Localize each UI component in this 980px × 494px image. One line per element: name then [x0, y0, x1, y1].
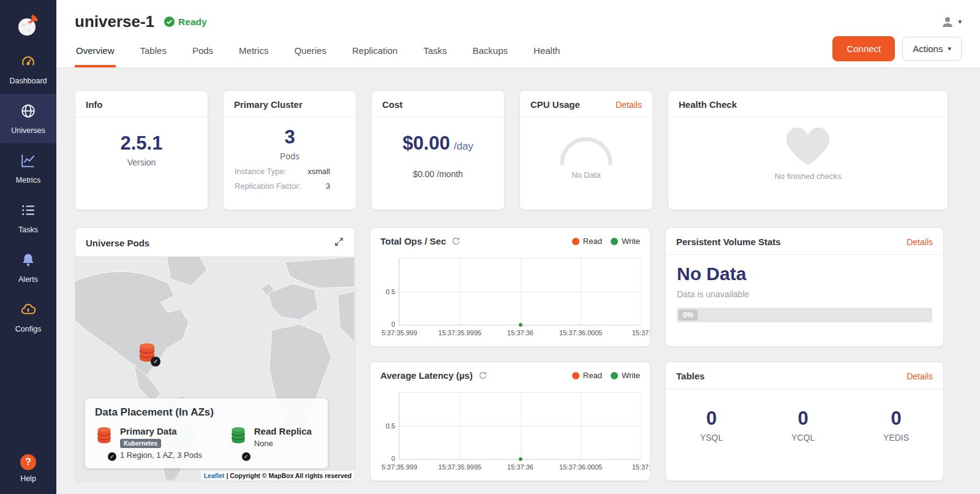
chart-legend: Read Write: [572, 237, 640, 246]
status-text: Ready: [178, 17, 207, 28]
universe-pods-card: Universe Pods: [75, 227, 355, 481]
legend-write: Write: [611, 371, 640, 380]
world-map[interactable]: ✓ Data Placement (In AZs): [75, 257, 355, 481]
y-tick: 0.5: [386, 288, 395, 295]
summary-row: Info 2.5.1 Version Primary Cluster 3 Pod…: [75, 90, 962, 210]
check-badge-icon: ✓: [108, 452, 116, 461]
version-label: Version: [127, 158, 156, 167]
tab-pods[interactable]: Pods: [191, 36, 214, 67]
sidebar-item-metrics[interactable]: Metrics: [0, 143, 56, 193]
write-data-point: [519, 323, 522, 327]
primary-cluster-header: Primary Cluster: [224, 91, 356, 118]
sidebar-nav: Dashboard Universes Metrics: [0, 44, 56, 342]
sidebar-item-label: Tasks: [18, 226, 38, 234]
persistent-volume-body: No Data Data is unavailable 0%: [666, 255, 943, 331]
primary-database-icon: ✓: [95, 426, 113, 460]
tab-overview[interactable]: Overview: [75, 36, 116, 67]
info-card-body: 2.5.1 Version: [75, 118, 208, 167]
tab-bar: Overview Tables Pods Metrics Queries Rep…: [75, 36, 561, 67]
tab-backups[interactable]: Backups: [472, 36, 510, 67]
gridline: [460, 258, 461, 325]
tab-row: Overview Tables Pods Metrics Queries Rep…: [75, 36, 962, 67]
cpu-details-link[interactable]: Details: [616, 100, 642, 110]
sidebar-item-label: Configs: [15, 325, 41, 333]
refresh-icon[interactable]: [478, 371, 488, 380]
tab-metrics[interactable]: Metrics: [238, 36, 270, 67]
pv-message: Data is unavailable: [677, 289, 932, 299]
version-value: 2.5.1: [121, 132, 163, 154]
card-title: Universe Pods: [86, 238, 149, 248]
x-tick: 15:37:36: [507, 329, 533, 336]
yedis-label: YEDIS: [883, 433, 909, 443]
check-circle-icon: [164, 17, 175, 27]
health-check-header: Health Check: [668, 91, 948, 118]
sidebar-item-label: Dashboard: [9, 77, 47, 85]
instance-type-label: Instance Type:: [235, 167, 286, 176]
tables-card: Tables Details 0 YSQL 0 YCQL: [665, 362, 944, 481]
write-data-point: [519, 457, 522, 461]
tab-tasks[interactable]: Tasks: [422, 36, 448, 67]
x-tick: 15:37:: [632, 463, 650, 471]
chart-plot: 0.5 0 5:37:35.999 15:37:35.9995 15:37:36…: [399, 392, 641, 460]
tab-health[interactable]: Health: [532, 36, 561, 67]
sidebar-item-tasks[interactable]: Tasks: [0, 193, 56, 243]
gridline: [641, 258, 642, 325]
gauge-arc-icon: [554, 130, 618, 165]
y-tick: 0: [391, 321, 395, 328]
legend-read: Read: [572, 371, 602, 380]
cpu-usage-card: CPU Usage Details No Data: [519, 90, 653, 210]
chart-title: Average Latency (µs): [380, 370, 473, 381]
expand-icon[interactable]: [334, 237, 344, 249]
tab-queries[interactable]: Queries: [293, 36, 328, 67]
tab-tables[interactable]: Tables: [139, 36, 168, 67]
x-tick: 15:37:36.0005: [559, 329, 602, 336]
ysql-label: YSQL: [700, 433, 723, 443]
app-logo[interactable]: [0, 0, 56, 44]
primary-data-desc: 1 Region, 1 AZ, 3 Pods: [120, 450, 202, 460]
sidebar-item-dashboard[interactable]: Dashboard: [0, 44, 56, 94]
replication-factor-row: Replication Factor: 3: [224, 181, 356, 191]
health-check-message: No finished checks: [774, 172, 841, 181]
data-placement-row: ✓ Primary Data Kubernetes 1 Region, 1 AZ…: [95, 426, 318, 460]
chart-plot: 0.5 0 5:37:35.999 15:37:35.9995 15:37:36…: [399, 258, 641, 325]
cpu-usage-header: CPU Usage Details: [520, 91, 652, 118]
legend-read: Read: [572, 237, 602, 246]
charts-column: Total Ops / Sec Read: [370, 227, 650, 481]
sidebar-item-alerts[interactable]: Alerts: [0, 243, 56, 292]
map-copyright: | Copyright © MapBox All rights reserved: [226, 472, 352, 479]
gridline: [581, 392, 581, 459]
actions-button[interactable]: Actions ▾: [902, 37, 962, 61]
gauge-icon: [20, 53, 36, 72]
gridline: [641, 392, 642, 459]
map-attribution: Leaflet | Copyright © MapBox All rights …: [201, 471, 355, 481]
tab-replication[interactable]: Replication: [351, 36, 399, 67]
read-replica-text: Read Replica None: [254, 426, 312, 460]
info-card: Info 2.5.1 Version: [75, 90, 208, 210]
pv-details-link[interactable]: Details: [907, 237, 933, 247]
legend-write-label: Write: [622, 237, 640, 246]
user-menu[interactable]: ▾: [940, 15, 962, 29]
sidebar-item-configs[interactable]: Configs: [0, 292, 56, 342]
info-card-header: Info: [75, 91, 208, 118]
leaflet-link[interactable]: Leaflet: [204, 472, 225, 479]
card-title: Tables: [676, 371, 704, 381]
sidebar-item-universes[interactable]: Universes: [0, 94, 56, 143]
kubernetes-pod-marker[interactable]: ✓: [137, 342, 157, 365]
cpu-no-data: No Data: [571, 170, 601, 180]
connect-button[interactable]: Connect: [832, 36, 895, 61]
bell-icon: [20, 252, 36, 270]
instance-type-row: Instance Type: xsmall: [224, 167, 356, 176]
tables-details-link[interactable]: Details: [907, 371, 933, 381]
sidebar-item-help[interactable]: ? Help: [0, 446, 56, 494]
cost-card-body: $0.00 /day $0.00 /month: [372, 118, 504, 179]
replication-factor-value: 3: [326, 181, 330, 191]
x-tick: 15:37:36: [507, 463, 533, 471]
health-check-body: No finished checks: [668, 118, 948, 181]
ycql-stat: 0 YCQL: [791, 408, 815, 443]
yedis-stat: 0 YEDIS: [883, 408, 909, 443]
chevron-down-icon: ▾: [948, 45, 951, 53]
line-chart-icon: [20, 153, 36, 171]
title-row: universe-1 Ready ▾: [75, 0, 962, 31]
refresh-icon[interactable]: [451, 237, 461, 246]
chart-legend: Read Write: [572, 371, 640, 380]
